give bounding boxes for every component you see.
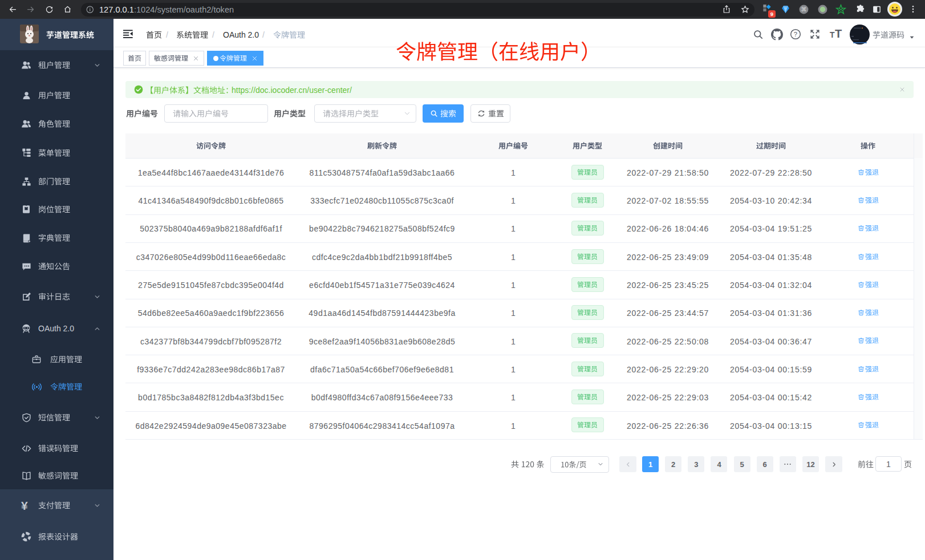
svg-text:?: ? xyxy=(794,31,797,38)
svg-text:⌘: ⌘ xyxy=(801,6,806,13)
